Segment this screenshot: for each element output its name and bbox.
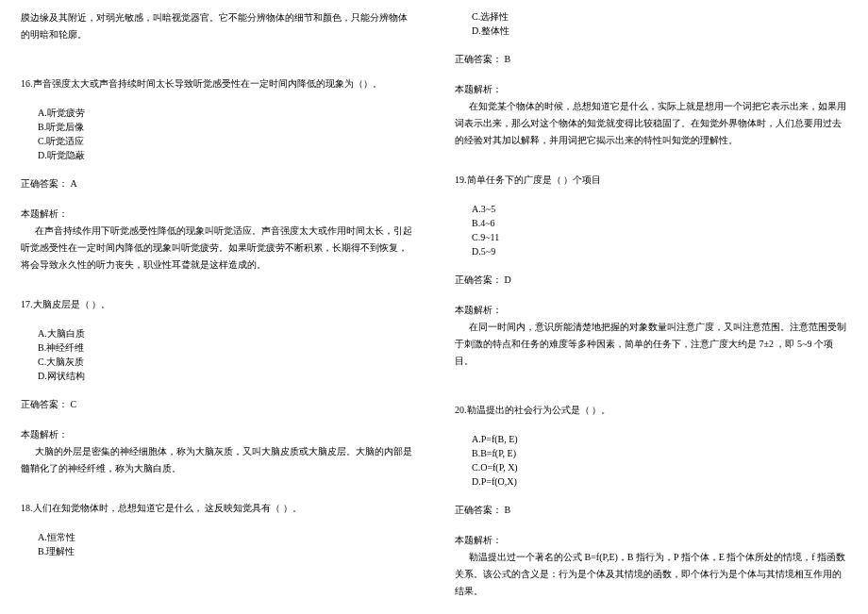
q16-analysis-text: 在声音持续作用下听觉感受性降低的现象叫听觉适应。声音强度太大或作用时间太长，引起… xyxy=(21,223,413,274)
q18-answer: 正确答案： B xyxy=(455,51,847,68)
q17-opt-b: B.神经纤维 xyxy=(38,340,413,355)
left-column: 膜边缘及其附近，对弱光敏感，叫暗视觉器官。它不能分辨物体的细节和颜色，只能分辨物… xyxy=(0,9,434,605)
q16-analysis-label: 本题解析： xyxy=(21,206,413,223)
right-column: C.选择性 D.整体性 正确答案： B 本题解析： 在知觉某个物体的时候，总想知… xyxy=(434,9,868,605)
q18-analysis-text: 在知觉某个物体的时候，总想知道它是什么，实际上就是想用一个词把它表示出来，如果用… xyxy=(455,98,847,149)
q20-options: A.P=f(B, E) B.B=f(P, E) C.O=f(P, X) D.P=… xyxy=(455,432,847,489)
q19-analysis-label: 本题解析： xyxy=(455,302,847,319)
q17-opt-a: A.大脑白质 xyxy=(38,326,413,340)
q17-title: 17.大脑皮层是（ ）。 xyxy=(21,296,413,313)
q19-analysis: 本题解析： 在同一时间内，意识所能清楚地把握的对象数量叫注意广度，又叫注意范围。… xyxy=(455,302,847,370)
q16-options: A.听觉疲劳 B.听觉后像 C.听觉适应 D.听觉隐蔽 xyxy=(21,106,413,162)
q18-opt-a: A.恒常性 xyxy=(38,530,413,544)
q20-opt-b: B.B=f(P, E) xyxy=(472,446,847,460)
q16-opt-b: B.听觉后像 xyxy=(38,120,413,134)
q18-opt-b: B.理解性 xyxy=(38,544,413,558)
q19-options: A.3~5 B.4~6 C.9~11 D.5~9 xyxy=(455,202,847,258)
q19-opt-b: B.4~6 xyxy=(472,216,847,230)
q18-options-partial: A.恒常性 B.理解性 xyxy=(21,530,413,558)
q17-opt-c: C.大脑灰质 xyxy=(38,355,413,369)
q17-answer: 正确答案： C xyxy=(21,396,413,413)
q19-analysis-text: 在同一时间内，意识所能清楚地把握的对象数量叫注意广度，又叫注意范围。注意范围受制… xyxy=(455,319,847,370)
q18-opt-d: D.整体性 xyxy=(472,24,847,38)
q19-opt-c: C.9~11 xyxy=(472,230,847,244)
q16-opt-c: C.听觉适应 xyxy=(38,134,413,148)
q20-analysis-label: 本题解析： xyxy=(455,532,847,549)
q18-analysis: 本题解析： 在知觉某个物体的时候，总想知道它是什么，实际上就是想用一个词把它表示… xyxy=(455,81,847,149)
q16-answer: 正确答案： A xyxy=(21,175,413,192)
q18-analysis-label: 本题解析： xyxy=(455,81,847,98)
q18-title: 18.人们在知觉物体时，总想知道它是什么， 这反映知觉具有（ ）。 xyxy=(21,500,413,517)
q20-analysis: 本题解析： 勒温提出过一个著名的公式 B=f(P,E)，B 指行为，P 指个体，… xyxy=(455,532,847,600)
q17-analysis-label: 本题解析： xyxy=(21,426,413,443)
q19-answer: 正确答案： D xyxy=(455,272,847,289)
q16-title: 16.声音强度太大或声音持续时间太长导致听觉感受性在一定时间内降低的现象为（）。 xyxy=(21,75,413,92)
q18-options-cont: C.选择性 D.整体性 xyxy=(455,9,847,38)
q19-title: 19.简单任务下的广度是（ ）个项目 xyxy=(455,172,847,189)
q20-opt-d: D.P=f(O,X) xyxy=(472,474,847,489)
q16-opt-d: D.听觉隐蔽 xyxy=(38,148,413,162)
q17-options: A.大脑白质 B.神经纤维 C.大脑灰质 D.网状结构 xyxy=(21,326,413,383)
top-fragment: 膜边缘及其附近，对弱光敏感，叫暗视觉器官。它不能分辨物体的细节和颜色，只能分辨物… xyxy=(21,9,413,43)
q17-opt-d: D.网状结构 xyxy=(38,369,413,383)
q16-opt-a: A.听觉疲劳 xyxy=(38,106,413,120)
q16-analysis: 本题解析： 在声音持续作用下听觉感受性降低的现象叫听觉适应。声音强度太大或作用时… xyxy=(21,206,413,274)
q20-opt-c: C.O=f(P, X) xyxy=(472,460,847,474)
q17-analysis: 本题解析： 大脑的外层是密集的神经细胞体，称为大脑灰质，又叫大脑皮质或大脑皮层。… xyxy=(21,426,413,477)
q20-title: 20.勒温提出的社会行为公式是（ ）。 xyxy=(455,402,847,419)
q17-analysis-text: 大脑的外层是密集的神经细胞体，称为大脑灰质，又叫大脑皮质或大脑皮层。大脑的内部是… xyxy=(21,443,413,477)
q19-opt-a: A.3~5 xyxy=(472,202,847,216)
q20-analysis-text: 勒温提出过一个著名的公式 B=f(P,E)，B 指行为，P 指个体，E 指个体所… xyxy=(455,549,847,600)
q18-opt-c: C.选择性 xyxy=(472,9,847,24)
q20-answer: 正确答案： B xyxy=(455,502,847,519)
q19-opt-d: D.5~9 xyxy=(472,244,847,258)
q20-opt-a: A.P=f(B, E) xyxy=(472,432,847,446)
